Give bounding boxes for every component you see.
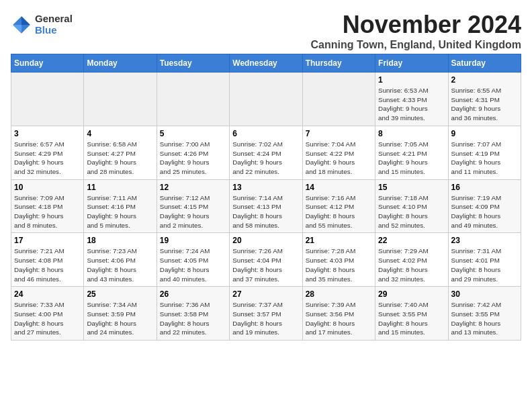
day-info: Sunrise: 7:18 AM Sunset: 4:10 PM Dayligh… [378,193,445,230]
header: General Blue November 2024 Canning Town,… [11,11,521,51]
day-info: Sunrise: 7:24 AM Sunset: 4:05 PM Dayligh… [160,246,226,283]
day-info: Sunrise: 7:14 AM Sunset: 4:13 PM Dayligh… [232,193,299,230]
day-number: 10 [14,183,81,192]
day-cell: 3Sunrise: 6:57 AM Sunset: 4:29 PM Daylig… [11,126,84,179]
day-info: Sunrise: 7:09 AM Sunset: 4:18 PM Dayligh… [14,193,81,230]
header-cell-sunday: Sunday [11,54,84,73]
day-info: Sunrise: 7:00 AM Sunset: 4:26 PM Dayligh… [160,140,226,177]
day-cell [84,73,157,126]
calendar-table: SundayMondayTuesdayWednesdayThursdayFrid… [11,54,521,340]
svg-marker-2 [13,25,21,34]
day-number: 23 [451,236,518,245]
logo: General Blue [11,13,73,36]
day-cell: 27Sunrise: 7:37 AM Sunset: 3:57 PM Dayli… [230,287,302,340]
day-number: 12 [160,183,226,192]
logo-blue: Blue [35,25,73,36]
location-title: Canning Town, England, United Kingdom [311,39,521,51]
day-cell: 2Sunrise: 6:55 AM Sunset: 4:31 PM Daylig… [448,73,521,126]
day-info: Sunrise: 7:02 AM Sunset: 4:24 PM Dayligh… [232,140,299,177]
header-cell-tuesday: Tuesday [157,54,229,73]
day-cell: 12Sunrise: 7:12 AM Sunset: 4:15 PM Dayli… [157,179,229,233]
day-cell: 28Sunrise: 7:39 AM Sunset: 3:56 PM Dayli… [302,287,375,340]
header-cell-wednesday: Wednesday [230,54,302,73]
day-number: 26 [160,289,226,299]
header-cell-friday: Friday [375,54,448,73]
day-cell: 4Sunrise: 6:58 AM Sunset: 4:27 PM Daylig… [84,126,157,179]
day-number: 22 [378,236,445,245]
day-number: 25 [87,289,153,299]
day-info: Sunrise: 7:07 AM Sunset: 4:19 PM Dayligh… [451,140,518,177]
week-row-0: 1Sunrise: 6:53 AM Sunset: 4:33 PM Daylig… [11,73,521,126]
day-info: Sunrise: 6:57 AM Sunset: 4:29 PM Dayligh… [14,140,81,177]
day-number: 27 [232,289,299,299]
day-cell [157,73,229,126]
day-info: Sunrise: 7:21 AM Sunset: 4:08 PM Dayligh… [14,246,81,283]
day-info: Sunrise: 7:28 AM Sunset: 4:03 PM Dayligh… [306,246,372,283]
day-cell: 21Sunrise: 7:28 AM Sunset: 4:03 PM Dayli… [302,233,375,287]
day-number: 14 [306,183,372,192]
day-number: 4 [87,129,153,138]
day-number: 15 [378,183,445,192]
day-cell: 30Sunrise: 7:42 AM Sunset: 3:55 PM Dayli… [448,287,521,340]
day-cell: 7Sunrise: 7:04 AM Sunset: 4:22 PM Daylig… [302,126,375,179]
day-cell: 10Sunrise: 7:09 AM Sunset: 4:18 PM Dayli… [11,179,84,233]
day-cell: 24Sunrise: 7:33 AM Sunset: 4:00 PM Dayli… [11,287,84,340]
month-title: November 2024 [311,11,521,39]
day-info: Sunrise: 7:12 AM Sunset: 4:15 PM Dayligh… [160,193,226,230]
day-cell: 16Sunrise: 7:19 AM Sunset: 4:09 PM Dayli… [448,179,521,233]
week-row-1: 3Sunrise: 6:57 AM Sunset: 4:29 PM Daylig… [11,126,521,179]
day-info: Sunrise: 7:37 AM Sunset: 3:57 PM Dayligh… [232,300,299,337]
logo-icon [11,14,32,36]
logo-general: General [35,13,73,25]
calendar-body: 1Sunrise: 6:53 AM Sunset: 4:33 PM Daylig… [11,73,521,340]
day-cell [11,73,84,126]
day-number: 11 [87,183,153,192]
day-cell: 17Sunrise: 7:21 AM Sunset: 4:08 PM Dayli… [11,233,84,287]
day-number: 7 [306,129,372,138]
day-info: Sunrise: 7:42 AM Sunset: 3:55 PM Dayligh… [451,300,518,337]
day-cell: 18Sunrise: 7:23 AM Sunset: 4:06 PM Dayli… [84,233,157,287]
week-row-2: 10Sunrise: 7:09 AM Sunset: 4:18 PM Dayli… [11,179,521,233]
day-number: 18 [87,236,153,245]
day-cell: 23Sunrise: 7:31 AM Sunset: 4:01 PM Dayli… [448,233,521,287]
day-cell: 25Sunrise: 7:34 AM Sunset: 3:59 PM Dayli… [84,287,157,340]
day-number: 17 [14,236,81,245]
day-number: 16 [451,183,518,192]
day-info: Sunrise: 7:36 AM Sunset: 3:58 PM Dayligh… [160,300,226,337]
header-cell-saturday: Saturday [448,54,521,73]
day-cell: 14Sunrise: 7:16 AM Sunset: 4:12 PM Dayli… [302,179,375,233]
day-number: 21 [306,236,372,245]
day-cell: 11Sunrise: 7:11 AM Sunset: 4:16 PM Dayli… [84,179,157,233]
day-info: Sunrise: 7:05 AM Sunset: 4:21 PM Dayligh… [378,140,445,177]
header-cell-monday: Monday [84,54,157,73]
day-number: 1 [378,75,445,85]
day-info: Sunrise: 7:23 AM Sunset: 4:06 PM Dayligh… [87,246,153,283]
day-number: 24 [14,289,81,299]
day-info: Sunrise: 7:04 AM Sunset: 4:22 PM Dayligh… [306,140,372,177]
title-section: November 2024 Canning Town, England, Uni… [311,11,521,51]
day-info: Sunrise: 7:33 AM Sunset: 4:00 PM Dayligh… [14,300,81,337]
day-info: Sunrise: 7:31 AM Sunset: 4:01 PM Dayligh… [451,246,518,283]
day-cell [230,73,302,126]
calendar-header: SundayMondayTuesdayWednesdayThursdayFrid… [11,54,521,73]
day-number: 29 [378,289,445,299]
day-cell: 20Sunrise: 7:26 AM Sunset: 4:04 PM Dayli… [230,233,302,287]
day-info: Sunrise: 6:55 AM Sunset: 4:31 PM Dayligh… [451,86,518,123]
day-number: 9 [451,129,518,138]
day-info: Sunrise: 7:11 AM Sunset: 4:16 PM Dayligh… [87,193,153,230]
week-row-3: 17Sunrise: 7:21 AM Sunset: 4:08 PM Dayli… [11,233,521,287]
day-number: 5 [160,129,226,138]
day-number: 20 [232,236,299,245]
day-cell: 13Sunrise: 7:14 AM Sunset: 4:13 PM Dayli… [230,179,302,233]
day-number: 28 [306,289,372,299]
day-info: Sunrise: 7:34 AM Sunset: 3:59 PM Dayligh… [87,300,153,337]
day-info: Sunrise: 7:40 AM Sunset: 3:55 PM Dayligh… [378,300,445,337]
day-number: 2 [451,75,518,85]
day-number: 3 [14,129,81,138]
day-cell: 19Sunrise: 7:24 AM Sunset: 4:05 PM Dayli… [157,233,229,287]
day-cell: 9Sunrise: 7:07 AM Sunset: 4:19 PM Daylig… [448,126,521,179]
day-number: 30 [451,289,518,299]
day-number: 8 [378,129,445,138]
day-cell: 15Sunrise: 7:18 AM Sunset: 4:10 PM Dayli… [375,179,448,233]
day-cell: 1Sunrise: 6:53 AM Sunset: 4:33 PM Daylig… [375,73,448,126]
